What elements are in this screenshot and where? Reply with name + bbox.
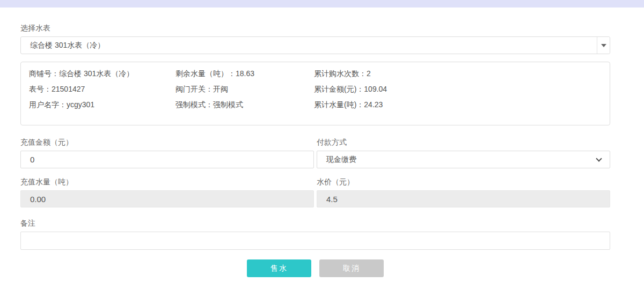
remark-row: 备注 (20, 219, 610, 250)
recharge-amount-input[interactable] (20, 151, 314, 168)
payment-method-label: 付款方式 (317, 138, 610, 146)
info-user-name: 用户名字：ycgy301 (29, 97, 175, 113)
remark-input[interactable] (20, 232, 610, 250)
chevron-down-icon (596, 155, 602, 161)
recharge-volume-field-group: 充值水量（吨） (20, 178, 314, 207)
recharge-volume-label: 充值水量（吨） (20, 178, 314, 186)
top-accent-bar (0, 0, 644, 8)
payment-method-select[interactable]: 现金缴费 (317, 151, 610, 168)
info-total-water: 累计水量(吨)：24.23 (314, 97, 602, 113)
cancel-button[interactable]: 取消 (319, 259, 384, 277)
meter-select-dropdown-button[interactable] (597, 37, 610, 54)
info-valve-state: 阀门开关：开阀 (175, 81, 314, 97)
water-sell-form: 选择水表 综合楼 301水表（冷） 商铺号：综合楼 301水表（冷） 剩余水量（… (20, 8, 610, 277)
volume-price-row: 充值水量（吨） 水价（元） (20, 178, 610, 207)
recharge-volume-input (20, 190, 314, 207)
info-shop-number: 商铺号：综合楼 301水表（冷） (29, 66, 175, 81)
meter-select-value[interactable]: 综合楼 301水表（冷） (21, 37, 597, 54)
payment-method-value: 现金缴费 (326, 155, 356, 165)
info-meter-number: 表号：21501427 (29, 81, 175, 97)
meter-select-label: 选择水表 (20, 24, 610, 32)
info-force-mode: 强制模式：强制模式 (175, 97, 314, 113)
water-price-field-group: 水价（元） (317, 178, 610, 207)
water-price-input (317, 190, 610, 207)
water-price-label: 水价（元） (317, 178, 610, 186)
info-total-amount: 累计金额(元)：109.04 (314, 81, 602, 97)
recharge-amount-field-group: 充值金额（元） (20, 138, 314, 168)
remark-label: 备注 (20, 219, 610, 227)
info-remaining-water: 剩余水量（吨）：18.63 (175, 66, 314, 81)
meter-select[interactable]: 综合楼 301水表（冷） (20, 36, 610, 54)
payment-method-field-group: 付款方式 现金缴费 (317, 138, 610, 168)
action-buttons: 售水 取消 (20, 259, 610, 277)
caret-down-icon (601, 44, 606, 47)
meter-info-panel: 商铺号：综合楼 301水表（冷） 剩余水量（吨）：18.63 累计购水次数：2 … (20, 62, 610, 125)
recharge-amount-label: 充值金额（元） (20, 138, 314, 146)
sell-water-button[interactable]: 售水 (247, 259, 311, 277)
info-purchase-count: 累计购水次数：2 (314, 66, 602, 81)
remark-field-group: 备注 (20, 219, 610, 250)
meter-info-grid: 商铺号：综合楼 301水表（冷） 剩余水量（吨）：18.63 累计购水次数：2 … (29, 66, 602, 113)
amount-payment-row: 充值金额（元） 付款方式 现金缴费 (20, 138, 610, 168)
